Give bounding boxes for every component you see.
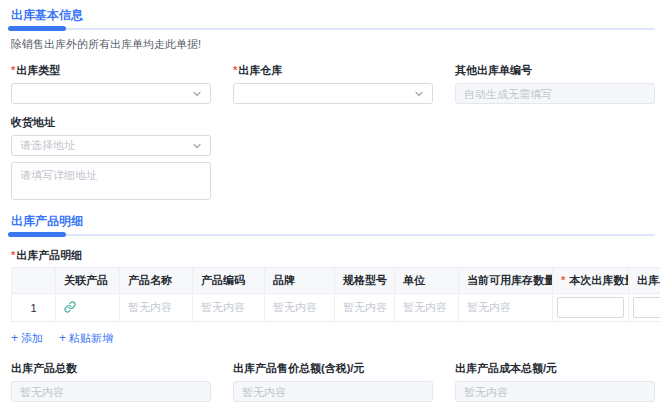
total-sale-amount-label: 出库产品售价总额(含税)/元 bbox=[233, 362, 433, 375]
required-marker: * bbox=[11, 249, 15, 261]
other-outbound-no-label: 其他出库单编号 bbox=[455, 64, 655, 77]
field-total-qty: 出库产品总数 bbox=[11, 362, 211, 402]
totals-row: 出库产品总数 出库产品售价总额(含税)/元 出库产品成本总额/元 bbox=[11, 362, 655, 402]
product-name-cell: 暂无内容 bbox=[120, 294, 193, 322]
form-note: 除销售出库外的所有出库单均走此单据! bbox=[11, 38, 655, 51]
unit-cell: 暂无内容 bbox=[395, 294, 459, 322]
total-sale-amount-input-wrap bbox=[233, 381, 433, 402]
section-underline bbox=[11, 232, 655, 237]
col-spec-model: 规格型号 bbox=[335, 268, 395, 294]
outbound-warehouse-label: *出库仓库 bbox=[233, 64, 433, 77]
plus-icon: + bbox=[11, 333, 18, 344]
required-marker: * bbox=[561, 274, 565, 286]
outbound-type-select[interactable] bbox=[11, 83, 211, 104]
total-cost-amount-input-wrap bbox=[455, 381, 655, 402]
outbound-price-input[interactable] bbox=[633, 297, 660, 318]
total-sale-amount-input bbox=[242, 386, 424, 398]
product-code-cell: 暂无内容 bbox=[193, 294, 265, 322]
underline-track bbox=[8, 28, 655, 30]
linked-product-cell bbox=[56, 294, 120, 322]
delivery-address-select[interactable]: 请选择地址 bbox=[11, 135, 211, 156]
chevron-down-icon bbox=[192, 89, 202, 99]
section-title-basic-info: 出库基本信息 bbox=[11, 8, 655, 22]
table-actions: +添加 +粘贴新增 bbox=[11, 331, 655, 346]
underline-pill bbox=[8, 26, 66, 31]
link-product-icon[interactable] bbox=[64, 301, 76, 313]
table-header-row: 关联产品 产品名称 产品编码 品牌 规格型号 单位 当前可用库存数量 * 本次出… bbox=[12, 268, 660, 294]
field-delivery-address: 收货地址 请选择地址 bbox=[11, 116, 655, 200]
outbound-qty-cell bbox=[553, 294, 629, 322]
col-outbound-qty: * 本次出库数量 bbox=[553, 268, 629, 294]
col-linked-product: 关联产品 bbox=[56, 268, 120, 294]
paste-add-button[interactable]: +粘贴新增 bbox=[59, 331, 113, 346]
underline-track bbox=[8, 234, 655, 236]
col-available-stock: 当前可用库存数量 bbox=[459, 268, 553, 294]
total-qty-input bbox=[20, 386, 202, 398]
underline-pill bbox=[8, 232, 66, 237]
outbound-price-cell bbox=[629, 294, 660, 322]
detail-address-textarea[interactable] bbox=[11, 162, 211, 200]
col-product-name: 产品名称 bbox=[120, 268, 193, 294]
field-total-cost-amount: 出库产品成本总额/元 bbox=[455, 362, 655, 402]
field-other-outbound-no: 其他出库单编号 bbox=[455, 64, 655, 104]
outbound-qty-input[interactable] bbox=[557, 297, 624, 318]
required-marker: * bbox=[233, 64, 237, 76]
chevron-down-icon bbox=[414, 89, 424, 99]
other-outbound-no-input bbox=[464, 88, 646, 100]
col-brand: 品牌 bbox=[265, 268, 335, 294]
brand-cell: 暂无内容 bbox=[265, 294, 335, 322]
plus-icon: + bbox=[59, 333, 66, 344]
field-outbound-type: *出库类型 bbox=[11, 64, 211, 104]
product-table-wrapper: 关联产品 产品名称 产品编码 品牌 规格型号 单位 当前可用库存数量 * 本次出… bbox=[11, 267, 660, 322]
delivery-address-label: 收货地址 bbox=[11, 116, 655, 129]
chevron-down-icon bbox=[192, 141, 202, 151]
total-cost-amount-label: 出库产品成本总额/元 bbox=[455, 362, 655, 375]
outbound-form-page: 出库基本信息 除销售出库外的所有出库单均走此单据! *出库类型 *出库仓库 bbox=[0, 0, 660, 408]
col-unit: 单位 bbox=[395, 268, 459, 294]
field-outbound-warehouse: *出库仓库 bbox=[233, 64, 433, 104]
section-underline bbox=[11, 26, 655, 31]
field-total-sale-amount: 出库产品售价总额(含税)/元 bbox=[233, 362, 433, 402]
available-stock-cell: 暂无内容 bbox=[459, 294, 553, 322]
outbound-warehouse-select[interactable] bbox=[233, 83, 433, 104]
table-row: 1 暂无内容 暂无内容 暂无内容 暂无内容 暂无内容 暂 bbox=[12, 294, 660, 322]
other-outbound-no-input-wrap bbox=[455, 83, 655, 104]
section-title-product-detail: 出库产品明细 bbox=[11, 214, 655, 228]
col-row-index bbox=[12, 268, 56, 294]
outbound-type-label: *出库类型 bbox=[11, 64, 211, 77]
basic-fields-row: *出库类型 *出库仓库 其他出库单编号 bbox=[11, 64, 655, 104]
required-marker: * bbox=[11, 64, 15, 76]
total-cost-amount-input bbox=[464, 386, 646, 398]
add-row-button[interactable]: +添加 bbox=[11, 331, 43, 346]
row-index-cell: 1 bbox=[12, 294, 56, 322]
product-detail-table-label: *出库产品明细 bbox=[11, 249, 655, 262]
product-table: 关联产品 产品名称 产品编码 品牌 规格型号 单位 当前可用库存数量 * 本次出… bbox=[11, 267, 660, 322]
total-qty-input-wrap bbox=[11, 381, 211, 402]
spec-model-cell: 暂无内容 bbox=[335, 294, 395, 322]
col-product-code: 产品编码 bbox=[193, 268, 265, 294]
col-outbound-price: 出库单价 bbox=[629, 268, 660, 294]
delivery-address-value: 请选择地址 bbox=[20, 138, 75, 153]
total-qty-label: 出库产品总数 bbox=[11, 362, 211, 375]
